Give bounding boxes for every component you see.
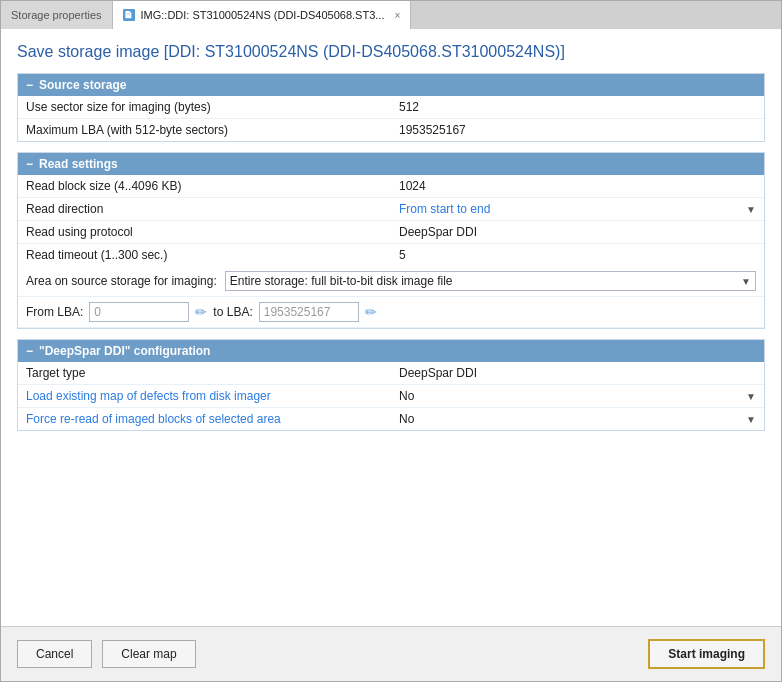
cancel-button[interactable]: Cancel [17,640,92,668]
load-map-arrow[interactable]: ▼ [746,391,756,402]
from-lba-edit-icon[interactable]: ✏ [195,304,207,320]
tab-img-ddi[interactable]: 📄 IMG::DDI: ST31000524NS (DDI-DS405068.S… [113,1,412,30]
main-content: Save storage image [DDI: ST31000524NS (D… [1,29,781,626]
area-select-value: Entire storage: full bit-to-bit disk ima… [230,274,453,288]
table-row: Read direction From start to end ▼ [18,198,764,221]
table-row: Read timeout (1..300 sec.) 5 [18,244,764,267]
read-settings-section: − Read settings Read block size (4..4096… [17,152,765,329]
load-map-label: Load existing map of defects from disk i… [18,385,391,408]
page-title: Save storage image [DDI: ST31000524NS (D… [17,43,765,61]
force-reread-arrow[interactable]: ▼ [746,414,756,425]
area-label: Area on source storage for imaging: [26,274,217,288]
source-storage-table: Use sector size for imaging (bytes) 512 … [18,96,764,141]
to-lba-label: to LBA: [213,305,252,319]
area-dropdown-arrow[interactable]: ▼ [741,276,751,287]
lba-row: From LBA: ✏ to LBA: ✏ [18,297,764,328]
storage-properties-tab-label: Storage properties [11,9,102,21]
timeout-label: Read timeout (1..300 sec.) [18,244,391,267]
read-settings-title: Read settings [39,157,118,171]
start-imaging-button[interactable]: Start imaging [648,639,765,669]
source-storage-section: − Source storage Use sector size for ima… [17,73,765,142]
target-type-label: Target type [18,362,391,385]
table-row: Maximum LBA (with 512-byte sectors) 1953… [18,119,764,142]
tab-icon: 📄 [123,9,135,21]
source-storage-header: − Source storage [18,74,764,96]
protocol-value: DeepSpar DDI [391,221,764,244]
force-reread-label: Force re-read of imaged blocks of select… [18,408,391,431]
timeout-value: 5 [391,244,764,267]
max-lba-label: Maximum LBA (with 512-byte sectors) [18,119,391,142]
table-row: Read using protocol DeepSpar DDI [18,221,764,244]
target-type-value: DeepSpar DDI [391,362,764,385]
table-row: Target type DeepSpar DDI [18,362,764,385]
read-settings-table: Read block size (4..4096 KB) 1024 Read d… [18,175,764,266]
tab-close-icon[interactable]: × [394,10,400,21]
max-lba-value: 1953525167 [391,119,764,142]
source-storage-title: Source storage [39,78,126,92]
read-direction-value[interactable]: From start to end ▼ [391,198,764,221]
ddi-config-table: Target type DeepSpar DDI Load existing m… [18,362,764,430]
read-settings-collapse-icon[interactable]: − [26,157,33,171]
table-row: Read block size (4..4096 KB) 1024 [18,175,764,198]
clear-map-button[interactable]: Clear map [102,640,195,668]
tab-bar: Storage properties 📄 IMG::DDI: ST3100052… [1,1,781,29]
read-direction-arrow[interactable]: ▼ [746,204,756,215]
tab-storage-properties[interactable]: Storage properties [1,1,113,29]
block-size-value: 1024 [391,175,764,198]
load-map-value[interactable]: No ▼ [391,385,764,408]
ddi-config-title: "DeepSpar DDI" configuration [39,344,210,358]
force-reread-value[interactable]: No ▼ [391,408,764,431]
area-select-dropdown[interactable]: Entire storage: full bit-to-bit disk ima… [225,271,756,291]
read-settings-header: − Read settings [18,153,764,175]
bottom-bar: Cancel Clear map Start imaging [1,626,781,681]
to-lba-edit-icon[interactable]: ✏ [365,304,377,320]
protocol-label: Read using protocol [18,221,391,244]
block-size-label: Read block size (4..4096 KB) [18,175,391,198]
from-lba-input[interactable] [89,302,189,322]
tab-active-label: IMG::DDI: ST31000524NS (DDI-DS405068.ST3… [141,9,385,21]
source-storage-collapse-icon[interactable]: − [26,78,33,92]
table-row: Use sector size for imaging (bytes) 512 [18,96,764,119]
table-row: Force re-read of imaged blocks of select… [18,408,764,431]
ddi-config-collapse-icon[interactable]: − [26,344,33,358]
table-row: Load existing map of defects from disk i… [18,385,764,408]
sector-size-label: Use sector size for imaging (bytes) [18,96,391,119]
ddi-config-section: − "DeepSpar DDI" configuration Target ty… [17,339,765,431]
from-lba-label: From LBA: [26,305,83,319]
ddi-config-header: − "DeepSpar DDI" configuration [18,340,764,362]
sector-size-value: 512 [391,96,764,119]
read-direction-label: Read direction [18,198,391,221]
area-row: Area on source storage for imaging: Enti… [18,266,764,297]
main-window: Storage properties 📄 IMG::DDI: ST3100052… [0,0,782,682]
to-lba-input[interactable] [259,302,359,322]
